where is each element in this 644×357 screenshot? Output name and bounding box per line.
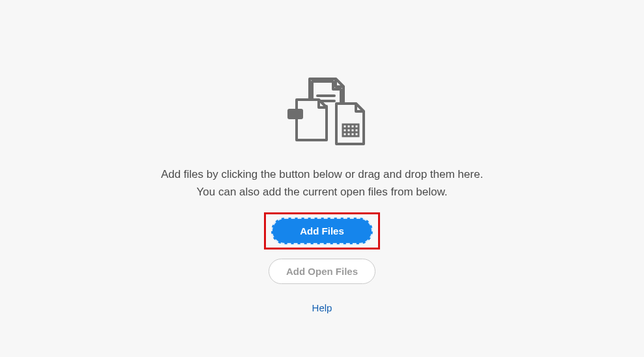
add-open-files-button[interactable]: Add Open Files — [269, 259, 375, 284]
instruction-line-2: You can also add the current open files … — [161, 184, 483, 201]
add-files-button[interactable]: Add Files — [271, 218, 373, 244]
svg-rect-3 — [287, 109, 303, 119]
documents-illustration-icon — [276, 76, 368, 152]
instruction-line-1: Add files by clicking the button below o… — [161, 166, 483, 183]
add-files-highlight: Add Files — [264, 212, 380, 250]
add-files-panel: Add files by clicking the button below o… — [100, 76, 544, 313]
help-link[interactable]: Help — [312, 302, 332, 313]
instruction-text: Add files by clicking the button below o… — [161, 166, 483, 201]
